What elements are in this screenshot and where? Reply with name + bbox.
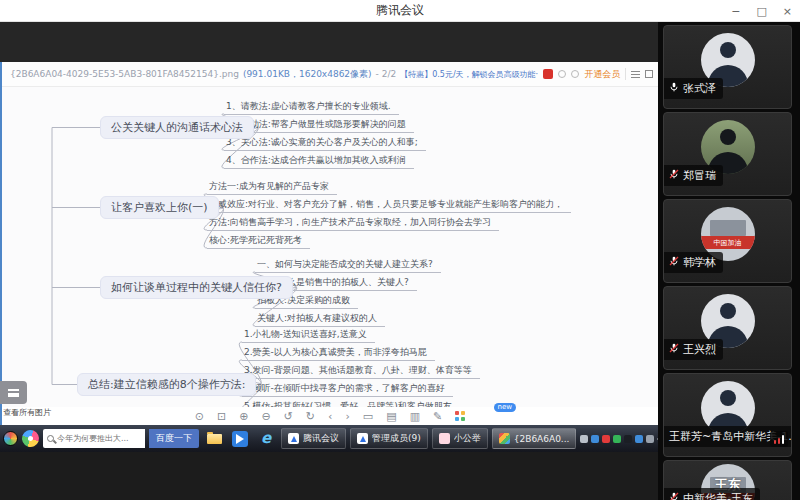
- search-input[interactable]: [57, 434, 141, 443]
- participant-tile[interactable]: 王东中国加油 中新华美-王东: [663, 460, 792, 500]
- avatar-banner: 中国加油: [701, 236, 755, 249]
- mindmap-item[interactable]: 关键人:对拍板人有建议权的人: [255, 313, 385, 327]
- mindmap-items: 1、请教法:虚心请教客户擅长的专业领域.2、帮助法:帮客户做显性或隐形要解决的问…: [224, 101, 426, 173]
- tray-cloud-icon[interactable]: [591, 435, 599, 443]
- taskbar-image-viewer-button[interactable]: {2B6A6A0...: [492, 428, 577, 449]
- audio-level-icon: [770, 431, 788, 447]
- tray-wechat-icon[interactable]: [613, 435, 621, 443]
- zoom-in-icon[interactable]: ⊕: [239, 411, 248, 422]
- close-icon[interactable]: ×: [783, 5, 792, 18]
- internet-explorer-icon[interactable]: e: [255, 428, 277, 449]
- participant-name-bar: 中新华美-王东: [664, 488, 760, 500]
- participant-name: 中新华美-王东: [683, 491, 753, 500]
- mindmap-item[interactable]: 1.小礼物-送知识送喜好,送意义: [242, 329, 375, 343]
- pink-logo-icon: [439, 433, 450, 444]
- rotate-left-icon[interactable]: ↺: [284, 411, 293, 422]
- mindmap-item[interactable]: 方法一:成为有见解的产品专家: [207, 181, 337, 195]
- crown-icon: [571, 70, 579, 78]
- meeting-logo-icon: [357, 433, 368, 444]
- viewer-menu-icon[interactable]: [631, 71, 640, 78]
- windows-taskbar: 百度一下 e 腾讯会议管理成员(9)小公举{2B6A6A0... 22:25 2…: [0, 425, 658, 452]
- mic-muted-icon: [669, 256, 679, 269]
- participant-name: 郑冒瑞: [683, 168, 716, 183]
- mindmap-node[interactable]: 公关关键人的沟通话术心法: [100, 116, 254, 139]
- promo-icon: [543, 69, 553, 79]
- file-explorer-icon[interactable]: [203, 428, 225, 449]
- participant-tile[interactable]: 王兴烈: [663, 286, 792, 370]
- volume-icon[interactable]: [657, 435, 658, 443]
- letterbox-bottom: [0, 452, 658, 500]
- participant-tile[interactable]: 王群芳~青岛中新华美-1...: [663, 373, 792, 457]
- delete-icon[interactable]: ▭: [363, 411, 373, 422]
- tray-usb-icon[interactable]: [646, 435, 654, 443]
- viewer-filename: {2B6A6A04-4029-5E53-5AB3-801FA8452154}.p…: [10, 69, 239, 79]
- building-photo: [710, 220, 746, 236]
- viewer-page-indicator: - 2/2: [376, 69, 397, 79]
- viewer-fullscreen-icon[interactable]: [645, 70, 653, 78]
- mindmap-item[interactable]: 2.赞美-以人为核心真诚赞美，而非浮夸拍马屁: [242, 347, 435, 361]
- baidu-search-button[interactable]: 百度一下: [149, 429, 199, 448]
- mindmap-node[interactable]: 如何让谈单过程中的关键人信任你?: [100, 276, 293, 299]
- mic-muted-icon: [669, 492, 679, 500]
- mindmap-item[interactable]: 4.倾听-在倾听中找寻客户的需求，了解客户的喜好: [242, 383, 453, 397]
- fit-screen-icon[interactable]: ⊡: [217, 411, 226, 422]
- prev-image-icon[interactable]: ‹: [328, 411, 332, 422]
- mindmap-item[interactable]: 4、合作法:达成合作共赢以增加其收入或利润: [224, 155, 414, 169]
- next-image-icon[interactable]: ›: [345, 411, 349, 422]
- app-title-bar: 腾讯会议 − □ ×: [0, 0, 800, 22]
- taskbar-manage-members-button[interactable]: 管理成员(9): [350, 428, 428, 449]
- mindmap-item[interactable]: 权威效应:对行业、对客户充分了解，销售，人员只要足够专业就能产生影响客户的能力，: [207, 199, 571, 213]
- participant-name: 韩学林: [683, 255, 716, 270]
- mindmap-canvas: 公关关键人的沟通话术心法 1、请教法:虚心请教客户擅长的专业领域.2、帮助法:帮…: [2, 87, 658, 407]
- edit-icon[interactable]: ✎: [433, 411, 442, 422]
- participant-tile[interactable]: 张式泽: [663, 25, 792, 109]
- participant-tile[interactable]: 郑冒瑞: [663, 112, 792, 196]
- browser-flower-icon[interactable]: [20, 428, 42, 450]
- mindmap-item[interactable]: 1、请教法:虚心请教客户擅长的专业领域.: [224, 101, 399, 115]
- shared-screen-area: {2B6A6A04-4029-5E53-5AB3-801FA8452154}.p…: [0, 22, 658, 500]
- mindmap-item[interactable]: 核心:死学死记死背死考: [207, 235, 310, 249]
- mindmap-item[interactable]: 3.发问-背景问题、其他话题教育、八卦、理财、体育等等: [242, 365, 480, 379]
- participant-name: 张式泽: [683, 81, 716, 96]
- view-all-images-label: 查看所有图片: [3, 407, 51, 418]
- taskbar-xiaogongju-button[interactable]: 小公举: [432, 428, 488, 449]
- system-tray: 22:25 2022/3/24: [580, 429, 658, 449]
- print-icon[interactable]: ▤: [386, 411, 396, 422]
- tray-browser-icon[interactable]: [635, 435, 643, 443]
- save-as-icon[interactable]: ▥: [410, 411, 420, 422]
- mic-muted-icon: [669, 169, 679, 182]
- mindmap-node[interactable]: 让客户喜欢上你(一): [100, 196, 219, 219]
- history-icon[interactable]: ⊙: [195, 411, 204, 422]
- participant-tile[interactable]: 中国加油 韩学林: [663, 199, 792, 283]
- view-all-images-tab[interactable]: [0, 381, 27, 404]
- participant-name-bar: 郑冒瑞: [664, 165, 723, 186]
- vip-promo-link[interactable]: 【特惠】0.5元/天，解锁会员高级功能·: [400, 69, 538, 80]
- bird-app-icon[interactable]: [229, 428, 251, 449]
- rotate-right-icon[interactable]: ↻: [306, 411, 315, 422]
- app-title: 腾讯会议: [376, 2, 424, 19]
- more-tools-icon[interactable]: [455, 411, 465, 421]
- participant-name: 王兴烈: [683, 342, 716, 357]
- baidu-search-box: [43, 429, 145, 448]
- meeting-main-area: {2B6A6A04-4029-5E53-5AB3-801FA8452154}.p…: [0, 22, 800, 500]
- tray-qq-icon[interactable]: [602, 435, 610, 443]
- mindmap-item[interactable]: 一、如何与决定能否成交的关键人建立关系?: [255, 259, 441, 273]
- meeting-logo-icon: [288, 433, 299, 444]
- tray-input-method-icon[interactable]: [580, 435, 588, 443]
- open-vip-button[interactable]: 开通会员: [584, 68, 620, 81]
- tray-security-icon[interactable]: [624, 435, 632, 443]
- coin-icon: [558, 70, 566, 78]
- mindmap-item[interactable]: 3、关心法:诚心实意的关心客户及关心的人和事;: [224, 137, 426, 151]
- color-logo-icon: [499, 433, 510, 444]
- taskbar-tencent-meeting-button[interactable]: 腾讯会议: [281, 428, 346, 449]
- person-silhouette-icon: [720, 303, 736, 319]
- mindmap-items: 1.小礼物-送知识送喜好,送意义2.赞美-以人为核心真诚赞美，而非浮夸拍马屁3.…: [242, 329, 480, 407]
- image-viewer-window: {2B6A6A04-4029-5E53-5AB3-801FA8452154}.p…: [0, 62, 658, 425]
- mindmap-item[interactable]: 方法:向销售高手学习，向生产技术产品专家取经，加入同行协会去学习: [207, 217, 499, 231]
- zoom-out-icon[interactable]: ⊖: [261, 411, 270, 422]
- maximize-icon[interactable]: □: [756, 5, 766, 18]
- participant-name-bar: 韩学林: [664, 252, 723, 273]
- start-button-icon[interactable]: [3, 431, 18, 446]
- mindmap-node[interactable]: 总结:建立信赖感的8个操作方法:: [77, 373, 256, 396]
- minimize-icon[interactable]: −: [731, 5, 740, 18]
